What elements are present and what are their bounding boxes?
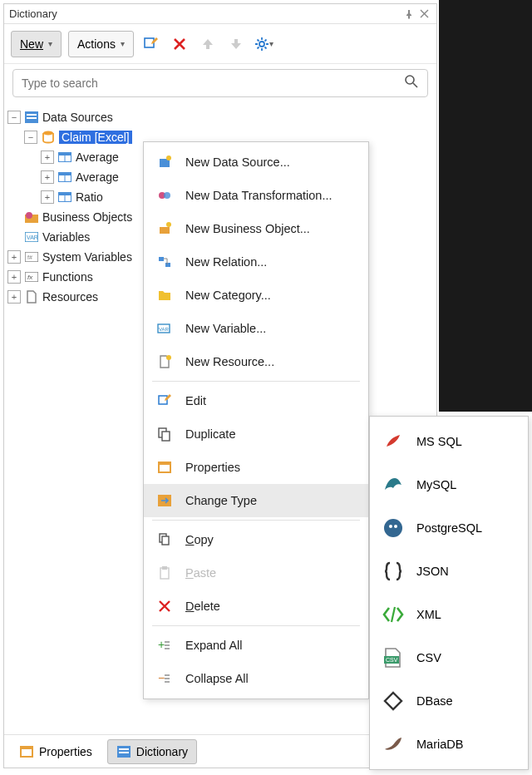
svg-rect-4 bbox=[27, 114, 37, 116]
mariadb-icon bbox=[380, 731, 406, 758]
submenu-csv[interactable]: CSV CSV bbox=[370, 636, 528, 679]
search-icon[interactable] bbox=[404, 74, 419, 92]
menu-new-category[interactable]: New Category... bbox=[144, 279, 368, 312]
table-icon bbox=[57, 190, 72, 205]
submenu-label: XML bbox=[416, 608, 441, 621]
expand-icon[interactable]: + bbox=[41, 151, 54, 164]
svg-point-30 bbox=[166, 155, 171, 160]
menu-collapse-all[interactable]: − Collapse All bbox=[144, 662, 368, 695]
svg-point-6 bbox=[43, 131, 53, 136]
tree-label: Ratio bbox=[76, 190, 103, 204]
menu-expand-all[interactable]: + Expand All bbox=[144, 629, 368, 662]
close-icon[interactable] bbox=[416, 7, 431, 22]
tab-label: Dictionary bbox=[136, 745, 188, 758]
actions-button[interactable]: Actions ▾ bbox=[68, 31, 134, 57]
new-button-label: New bbox=[20, 37, 43, 51]
submenu-mssql[interactable]: MS SQL bbox=[370, 420, 528, 463]
expand-icon[interactable]: + bbox=[7, 290, 21, 304]
expand-all-icon: + bbox=[155, 636, 174, 654]
actions-button-label: Actions bbox=[77, 37, 116, 51]
submenu-mariadb[interactable]: MariaDB bbox=[370, 723, 528, 766]
tree-label: Functions bbox=[42, 270, 93, 284]
menu-label: Delete bbox=[185, 600, 220, 613]
collapse-all-icon: − bbox=[155, 669, 174, 688]
svg-rect-36 bbox=[165, 263, 170, 267]
new-resource-icon bbox=[155, 353, 174, 371]
chevron-down-icon: ▾ bbox=[121, 39, 125, 48]
svg-rect-5 bbox=[27, 117, 37, 119]
variable-icon: VAR bbox=[24, 230, 39, 244]
menu-edit[interactable]: Edit bbox=[144, 384, 368, 417]
menu-delete[interactable]: Delete bbox=[144, 590, 368, 623]
menu-label: New Data Source... bbox=[185, 155, 290, 169]
context-menu: New Data Source... New Data Transformati… bbox=[143, 141, 369, 699]
edit-icon bbox=[155, 392, 174, 410]
chevron-down-icon: ▾ bbox=[269, 39, 273, 48]
menu-duplicate[interactable]: Duplicate bbox=[144, 417, 368, 451]
menu-new-data-transformation[interactable]: New Data Transformation... bbox=[144, 179, 368, 212]
move-up-icon[interactable] bbox=[197, 33, 219, 55]
menu-separator bbox=[152, 381, 360, 382]
settings-icon[interactable]: ▾ bbox=[254, 33, 275, 55]
submenu-postgresql[interactable]: PostgreSQL bbox=[370, 506, 528, 550]
submenu-dbase[interactable]: DBase bbox=[370, 679, 528, 723]
menu-new-variable[interactable]: VAR New Variable... bbox=[144, 312, 368, 345]
svg-text:VAR: VAR bbox=[27, 234, 38, 240]
new-button[interactable]: New ▾ bbox=[11, 31, 62, 57]
edit-icon[interactable] bbox=[140, 33, 162, 55]
resource-icon bbox=[24, 289, 39, 304]
collapse-icon[interactable]: − bbox=[7, 111, 21, 124]
expand-icon[interactable]: + bbox=[7, 270, 21, 284]
menu-new-data-source[interactable]: New Data Source... bbox=[144, 146, 368, 179]
menu-label: Duplicate bbox=[185, 427, 235, 441]
pin-icon[interactable] bbox=[401, 7, 416, 22]
dictionary-icon bbox=[116, 744, 131, 759]
tab-dictionary[interactable]: Dictionary bbox=[107, 739, 197, 764]
delete-icon[interactable] bbox=[169, 33, 190, 55]
menu-properties[interactable]: Properties bbox=[144, 451, 368, 484]
database-icon bbox=[41, 130, 56, 145]
submenu-label: DBase bbox=[416, 694, 453, 708]
submenu-label: PostgreSQL bbox=[416, 521, 482, 535]
collapse-icon[interactable]: − bbox=[24, 131, 37, 144]
menu-separator bbox=[152, 520, 360, 521]
menu-change-type[interactable]: Change Type bbox=[144, 484, 368, 517]
tree-label: Average bbox=[76, 151, 119, 164]
dark-background bbox=[439, 0, 532, 412]
menu-new-relation[interactable]: New Relation... bbox=[144, 245, 368, 279]
menu-new-resource[interactable]: New Resource... bbox=[144, 345, 368, 378]
tab-properties[interactable]: Properties bbox=[11, 739, 101, 764]
svg-rect-42 bbox=[162, 432, 170, 441]
expand-icon[interactable]: + bbox=[7, 250, 21, 264]
submenu-xml[interactable]: XML bbox=[370, 593, 528, 636]
expand-icon[interactable]: + bbox=[41, 190, 54, 204]
properties-icon bbox=[19, 744, 34, 759]
svg-point-39 bbox=[166, 355, 171, 360]
svg-point-60 bbox=[394, 525, 397, 528]
change-type-submenu: MS SQL MySQL PostgreSQL JSON XML CSV CSV… bbox=[369, 416, 529, 770]
paste-icon bbox=[155, 564, 174, 582]
change-type-icon bbox=[155, 491, 174, 510]
expand-icon[interactable]: + bbox=[41, 170, 54, 184]
menu-label: Properties bbox=[185, 461, 240, 474]
delete-icon bbox=[155, 597, 174, 615]
svg-text:fx: fx bbox=[27, 274, 33, 281]
tree-node-data-sources[interactable]: − Data Sources bbox=[7, 107, 433, 127]
svg-point-34 bbox=[166, 222, 171, 227]
menu-label: New Category... bbox=[185, 289, 271, 302]
move-down-icon[interactable] bbox=[225, 33, 247, 55]
svg-rect-49 bbox=[162, 566, 167, 570]
search-box[interactable] bbox=[12, 69, 428, 97]
table-icon bbox=[57, 150, 72, 165]
submenu-json[interactable]: JSON bbox=[370, 550, 528, 593]
menu-new-business-object[interactable]: New Business Object... bbox=[144, 212, 368, 245]
submenu-mysql[interactable]: MySQL bbox=[370, 463, 528, 506]
menu-label: New Relation... bbox=[185, 255, 267, 269]
search-input[interactable] bbox=[22, 77, 404, 90]
svg-rect-25 bbox=[22, 749, 32, 756]
new-datasource-icon bbox=[155, 153, 174, 171]
menu-paste: Paste bbox=[144, 556, 368, 590]
menu-separator bbox=[152, 625, 360, 626]
menu-copy[interactable]: Copy bbox=[144, 523, 368, 556]
new-variable-icon: VAR bbox=[155, 319, 174, 338]
